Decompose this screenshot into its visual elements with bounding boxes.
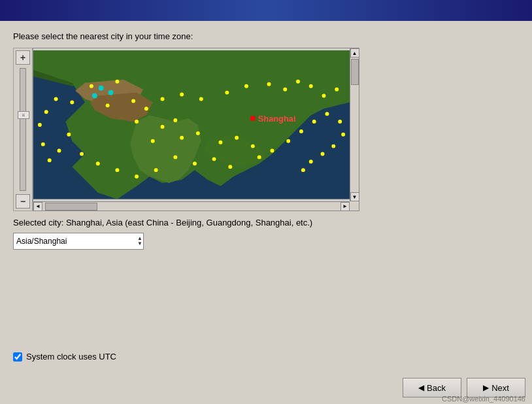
scroll-right-button[interactable]: ► — [341, 202, 350, 211]
svg-point-31 — [180, 136, 184, 140]
svg-point-53 — [331, 144, 335, 148]
svg-point-37 — [193, 161, 197, 165]
svg-point-66 — [99, 86, 104, 91]
zoom-in-button[interactable]: + — [16, 50, 30, 65]
map-container: + − — [13, 48, 359, 211]
svg-point-18 — [199, 97, 203, 101]
svg-point-42 — [115, 168, 119, 172]
svg-point-29 — [173, 118, 177, 122]
svg-point-34 — [235, 136, 239, 140]
scroll-left-button[interactable]: ◄ — [33, 202, 42, 211]
svg-point-41 — [135, 175, 139, 178]
svg-point-39 — [228, 165, 232, 169]
svg-point-44 — [80, 152, 84, 156]
vertical-scrollbar[interactable]: ▲ ▼ — [350, 48, 359, 201]
svg-point-48 — [299, 129, 303, 133]
svg-point-13 — [106, 103, 110, 107]
next-icon: ▶ — [483, 383, 489, 392]
svg-point-56 — [301, 168, 305, 172]
utc-label: System clock uses UTC — [26, 352, 116, 362]
svg-point-47 — [286, 139, 290, 143]
svg-point-36 — [173, 155, 177, 159]
svg-point-23 — [296, 80, 300, 84]
zoom-panel: + − — [13, 48, 33, 211]
svg-point-40 — [154, 168, 158, 172]
zoom-slider-thumb[interactable] — [18, 111, 29, 119]
back-label: Back — [427, 383, 446, 393]
svg-point-43 — [96, 161, 100, 165]
map-svg: Shanghai — [33, 48, 350, 201]
svg-point-30 — [151, 139, 155, 143]
svg-point-14 — [131, 99, 135, 103]
main-content: Please select the nearest city in your t… — [0, 21, 532, 260]
svg-point-68 — [92, 93, 97, 99]
svg-point-17 — [180, 93, 184, 97]
map-svg-area[interactable]: Shanghai — [33, 48, 350, 201]
scroll-up-button[interactable]: ▲ — [350, 48, 359, 58]
select-wrapper: Asia/Shanghai Asia/Tokyo Asia/Beijing As… — [13, 233, 144, 250]
svg-point-19 — [225, 91, 229, 95]
svg-point-15 — [144, 107, 148, 110]
zoom-out-button[interactable]: − — [16, 194, 30, 209]
svg-point-32 — [196, 131, 200, 135]
svg-point-62 — [44, 110, 48, 114]
svg-point-63 — [54, 97, 58, 101]
svg-point-49 — [312, 120, 316, 124]
svg-point-60 — [41, 143, 45, 146]
scroll-h-thumb[interactable] — [45, 203, 97, 210]
svg-point-51 — [338, 120, 342, 124]
svg-point-20 — [244, 84, 248, 88]
svg-point-55 — [309, 160, 313, 163]
scroll-down-button[interactable]: ▼ — [350, 192, 359, 201]
selected-city-label: Selected city: Shanghai, Asia (east Chin… — [13, 218, 519, 227]
instruction-label: Please select the nearest city in your t… — [13, 31, 519, 41]
svg-point-10 — [90, 84, 93, 88]
svg-point-57 — [67, 133, 71, 137]
svg-point-27 — [135, 120, 139, 124]
header-bar — [0, 0, 532, 21]
svg-point-45 — [258, 155, 261, 159]
svg-point-12 — [70, 100, 74, 104]
timezone-select-wrap: Asia/Shanghai Asia/Tokyo Asia/Beijing As… — [13, 233, 519, 250]
svg-text:Shanghai: Shanghai — [258, 114, 296, 124]
svg-point-54 — [321, 152, 325, 156]
system-clock-row: System clock uses UTC — [13, 352, 116, 362]
svg-point-64 — [250, 116, 256, 121]
svg-point-46 — [271, 149, 274, 153]
svg-point-52 — [341, 133, 345, 137]
next-label: Next — [491, 383, 509, 393]
zoom-slider-track — [20, 68, 26, 191]
scroll-v-thumb[interactable] — [351, 59, 359, 85]
timezone-select[interactable]: Asia/Shanghai Asia/Tokyo Asia/Beijing As… — [13, 233, 144, 250]
svg-point-26 — [335, 88, 339, 92]
svg-point-11 — [115, 80, 119, 84]
svg-point-58 — [58, 149, 61, 153]
svg-point-16 — [161, 97, 165, 101]
horizontal-scrollbar[interactable]: ◄ ► — [33, 201, 350, 210]
svg-point-33 — [218, 141, 222, 144]
svg-point-67 — [108, 90, 114, 95]
svg-point-21 — [267, 82, 271, 86]
svg-point-25 — [322, 94, 326, 98]
svg-point-61 — [38, 123, 42, 127]
svg-point-24 — [309, 84, 313, 88]
svg-point-50 — [325, 112, 329, 116]
back-icon: ◀ — [418, 383, 424, 392]
utc-checkbox[interactable] — [13, 352, 22, 362]
watermark: CSDN@weixin_44090146 — [442, 395, 525, 403]
svg-point-22 — [283, 88, 287, 92]
svg-point-35 — [251, 144, 255, 148]
svg-point-28 — [161, 125, 165, 129]
map-view[interactable]: Shanghai ▲ ▼ ◄ ► — [33, 48, 359, 211]
svg-point-59 — [48, 158, 52, 162]
svg-point-38 — [212, 157, 216, 161]
